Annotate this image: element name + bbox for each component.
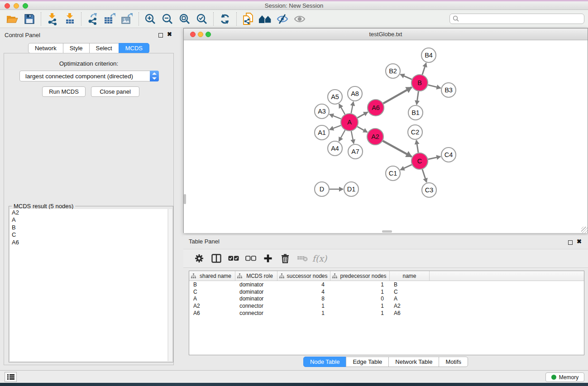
- edge-A-A6[interactable]: [358, 112, 368, 118]
- delete-column-button[interactable]: [277, 251, 294, 266]
- edge-A-A7[interactable]: [351, 131, 354, 144]
- tab-network[interactable]: Network: [28, 43, 63, 53]
- mcds-result-item[interactable]: A6: [10, 239, 167, 246]
- table-tab-edge-table[interactable]: Edge Table: [346, 357, 389, 367]
- hide-selected-button[interactable]: [274, 11, 291, 27]
- edge-B-B1[interactable]: [416, 91, 418, 105]
- cell[interactable]: dominator: [235, 281, 277, 288]
- edge-A-A8[interactable]: [351, 102, 354, 114]
- cell[interactable]: connector: [235, 310, 277, 316]
- table-row[interactable]: Cdominator41C: [189, 288, 584, 295]
- cell[interactable]: 1: [277, 303, 330, 309]
- cell[interactable]: B: [390, 281, 430, 288]
- cell[interactable]: A2: [390, 303, 430, 309]
- cell[interactable]: A: [189, 295, 235, 302]
- node-C1[interactable]: C1: [386, 166, 400, 181]
- tab-select[interactable]: Select: [89, 43, 119, 53]
- edge-C-C3[interactable]: [422, 169, 426, 182]
- node-D[interactable]: D: [315, 182, 329, 196]
- close-window-button[interactable]: [5, 3, 10, 9]
- float-panel-icon[interactable]: [158, 33, 163, 38]
- copy-network-button[interactable]: [239, 11, 257, 27]
- cell[interactable]: dominator: [235, 295, 277, 302]
- edge-A2-C[interactable]: [383, 141, 412, 157]
- refresh-button[interactable]: [216, 11, 234, 27]
- deselect-all-button[interactable]: [242, 251, 259, 266]
- node-D1[interactable]: D1: [344, 182, 359, 196]
- cell[interactable]: 4: [277, 281, 330, 288]
- settings-gear-button[interactable]: [191, 251, 208, 266]
- close-table-panel-icon[interactable]: ✖: [577, 238, 582, 245]
- network-zoom-button[interactable]: [206, 32, 211, 37]
- zoom-fit-button[interactable]: [176, 11, 193, 27]
- show-all-button[interactable]: [291, 11, 308, 27]
- zoom-window-button[interactable]: [23, 3, 28, 9]
- edge-B-B2[interactable]: [400, 74, 411, 79]
- zoom-out-button[interactable]: [159, 11, 176, 27]
- export-table-button[interactable]: [101, 11, 119, 27]
- cell[interactable]: A2: [189, 303, 235, 309]
- cell[interactable]: 1: [330, 303, 390, 309]
- export-network-button[interactable]: [84, 11, 101, 27]
- mcds-result-item[interactable]: C: [10, 231, 167, 238]
- network-canvas[interactable]: AA1A2A3A4A5A6A7A8BB1B2B3B4CC1C2C3C4DD1: [184, 40, 588, 233]
- cell[interactable]: C: [189, 289, 235, 295]
- zoom-selected-button[interactable]: [193, 11, 210, 27]
- node-C4[interactable]: C4: [441, 148, 456, 162]
- home-button[interactable]: [257, 11, 274, 27]
- function-builder-button[interactable]: f(x): [311, 251, 328, 266]
- node-A7[interactable]: A7: [348, 144, 363, 159]
- cell[interactable]: A6: [189, 310, 235, 316]
- node-A8[interactable]: A8: [348, 86, 362, 101]
- column-header-name[interactable]: name: [390, 271, 430, 281]
- cell[interactable]: dominator: [235, 289, 277, 295]
- cell[interactable]: B: [189, 281, 235, 288]
- table-row[interactable]: Bdominator41B: [189, 281, 584, 288]
- cell[interactable]: 1: [330, 289, 390, 295]
- import-network-button[interactable]: [44, 11, 61, 27]
- table-row[interactable]: A6connector11A6: [189, 310, 584, 317]
- open-file-button[interactable]: [4, 11, 21, 27]
- memory-button[interactable]: Memory: [545, 372, 584, 382]
- cell[interactable]: 0: [330, 295, 390, 302]
- show-hide-columns-button[interactable]: [208, 251, 225, 266]
- network-graph[interactable]: AA1A2A3A4A5A6A7A8BB1B2B3B4CC1C2C3C4DD1: [184, 40, 588, 233]
- edge-C-C1[interactable]: [400, 165, 411, 170]
- column-header-successor-nodes[interactable]: successor nodes: [277, 271, 330, 281]
- table-tab-motifs[interactable]: Motifs: [439, 357, 468, 367]
- tab-mcds[interactable]: MCDS: [119, 43, 149, 53]
- table-tab-node-table[interactable]: Node Table: [303, 357, 347, 367]
- criterion-dropdown[interactable]: largest connected component (directed): [19, 71, 159, 81]
- cell[interactable]: 4: [277, 289, 330, 295]
- edge-A-A4[interactable]: [339, 130, 345, 142]
- mcds-result-item[interactable]: B: [10, 224, 167, 231]
- edge-B-B3[interactable]: [428, 85, 440, 88]
- close-panel-button[interactable]: Close panel: [91, 86, 139, 97]
- cell[interactable]: 8: [277, 295, 330, 302]
- edge-A-A1[interactable]: [330, 125, 341, 130]
- run-mcds-button[interactable]: Run MCDS: [42, 86, 86, 97]
- edge-C-C4[interactable]: [428, 157, 441, 159]
- resize-grip[interactable]: [581, 227, 588, 233]
- export-image-button[interactable]: [119, 11, 136, 27]
- column-header-shared-name[interactable]: shared name: [189, 271, 235, 281]
- node-A5[interactable]: A5: [328, 90, 342, 104]
- delete-table-button[interactable]: [294, 251, 311, 266]
- node-C2[interactable]: C2: [408, 125, 422, 139]
- node-A[interactable]: A: [341, 114, 358, 131]
- table-tab-network-table[interactable]: Network Table: [388, 357, 439, 367]
- node-A6[interactable]: A6: [368, 100, 384, 116]
- node-A2[interactable]: A2: [367, 129, 383, 145]
- edge-B-B4[interactable]: [422, 63, 426, 75]
- cell[interactable]: A: [390, 295, 430, 302]
- column-header-predecessor-nodes[interactable]: predecessor nodes: [330, 271, 390, 281]
- mcds-result-list[interactable]: A2ABCA6: [10, 209, 167, 361]
- edge-A6-B[interactable]: [383, 87, 412, 104]
- search-field[interactable]: [449, 14, 584, 24]
- node-B2[interactable]: B2: [386, 64, 400, 78]
- node-A1[interactable]: A1: [315, 125, 329, 140]
- mcds-result-item[interactable]: A2: [10, 209, 167, 216]
- edge-A-A2[interactable]: [357, 127, 367, 132]
- tab-style[interactable]: Style: [63, 43, 90, 53]
- column-header-MCDS-role[interactable]: MCDS role: [235, 271, 277, 281]
